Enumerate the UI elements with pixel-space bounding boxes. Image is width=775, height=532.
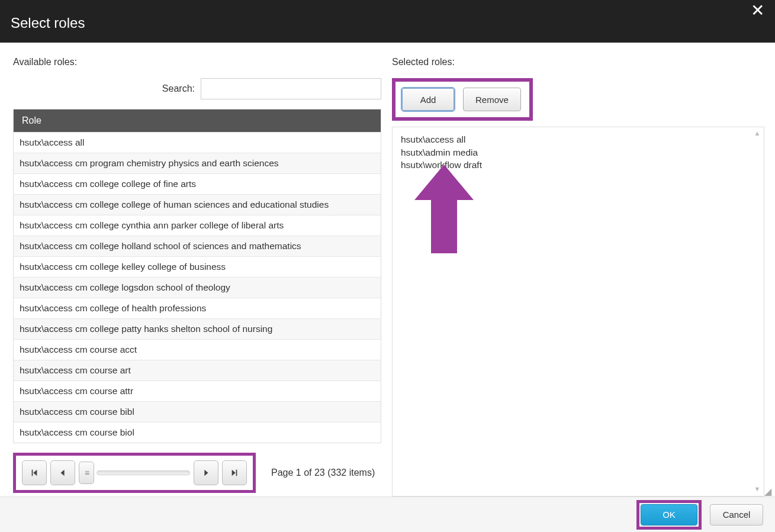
scroll-up-icon[interactable]: ▲	[753, 130, 761, 138]
ok-highlight-box: OK	[636, 500, 702, 530]
list-item[interactable]: hsutx\access all	[401, 133, 755, 146]
role-cell: hsutx\access cm college kelley college o…	[14, 257, 381, 278]
pager: ≡ Page 1 of 23 (332 items)	[13, 449, 381, 496]
prev-page-button[interactable]	[50, 460, 75, 485]
table-row[interactable]: hsutx\access cm college holland school o…	[14, 236, 381, 257]
role-cell: hsutx\access cm program chemistry physic…	[14, 153, 381, 174]
role-cell: hsutx\access cm college holland school o…	[14, 236, 381, 257]
roles-table-header[interactable]: Role	[14, 109, 381, 133]
table-row[interactable]: hsutx\access cm course bibl	[14, 402, 381, 423]
pager-highlight-box: ≡	[13, 453, 256, 493]
last-page-button[interactable]	[222, 460, 247, 485]
role-cell: hsutx\access cm college of health profes…	[14, 298, 381, 319]
cancel-button[interactable]: Cancel	[710, 504, 763, 525]
role-cell: hsutx\access cm college logsdon school o…	[14, 278, 381, 298]
remove-button[interactable]: Remove	[463, 88, 521, 111]
table-row[interactable]: hsutx\access cm course biol	[14, 423, 381, 443]
add-button[interactable]: Add	[401, 88, 455, 111]
table-row[interactable]: hsutx\access cm program chemistry physic…	[14, 153, 381, 174]
table-row[interactable]: hsutx\access all	[14, 133, 381, 153]
selected-roles-label: Selected roles:	[392, 57, 764, 67]
role-cell: hsutx\access cm course art	[14, 360, 381, 381]
role-cell: hsutx\access cm college college of fine …	[14, 174, 381, 195]
selected-roles-listbox[interactable]: ▲ hsutx\access allhsutx\admin mediahsutx…	[392, 127, 764, 496]
role-cell: hsutx\access cm course attr	[14, 381, 381, 402]
dialog-footer: OK Cancel	[0, 496, 775, 532]
table-row[interactable]: hsutx\access cm course art	[14, 360, 381, 381]
pager-info-text: Page 1 of 23 (332 items)	[271, 467, 375, 478]
dialog-title: Select roles	[11, 15, 85, 31]
table-row[interactable]: hsutx\access cm college college of fine …	[14, 174, 381, 195]
roles-table: Role hsutx\access allhsutx\access cm pro…	[13, 109, 381, 443]
table-row[interactable]: hsutx\access cm college cynthia ann park…	[14, 215, 381, 236]
slider-grip-icon[interactable]: ≡	[79, 462, 94, 484]
role-cell: hsutx\access cm course bibl	[14, 402, 381, 423]
role-cell: hsutx\access cm course biol	[14, 423, 381, 443]
first-page-button[interactable]	[22, 460, 47, 485]
next-page-button[interactable]	[194, 460, 218, 485]
ok-button[interactable]: OK	[641, 504, 697, 525]
role-cell: hsutx\access all	[14, 133, 381, 153]
search-row: Search:	[13, 78, 381, 99]
available-roles-panel: Available roles: Search: Role hsutx\acce…	[13, 57, 381, 496]
role-cell: hsutx\access cm college college of human…	[14, 195, 381, 215]
list-item[interactable]: hsutx\workflow draft	[401, 159, 755, 172]
role-cell: hsutx\access cm college cynthia ann park…	[14, 215, 381, 236]
slider-track[interactable]	[97, 470, 190, 475]
table-row[interactable]: hsutx\access cm college logsdon school o…	[14, 278, 381, 298]
role-cell: hsutx\access cm college patty hanks shel…	[14, 319, 381, 340]
page-slider[interactable]: ≡	[79, 462, 190, 484]
select-roles-dialog: Select roles ✕ Available roles: Search: …	[0, 0, 775, 532]
table-row[interactable]: hsutx\access cm course acct	[14, 340, 381, 360]
table-row[interactable]: hsutx\access cm college of health profes…	[14, 298, 381, 319]
role-cell: hsutx\access cm course acct	[14, 340, 381, 360]
scroll-down-icon[interactable]: ▼	[753, 485, 761, 494]
table-row[interactable]: hsutx\access cm college kelley college o…	[14, 257, 381, 278]
selected-roles-panel: Selected roles: Add Remove ▲ hsutx\acces…	[392, 57, 764, 496]
dialog-body: Available roles: Search: Role hsutx\acce…	[0, 43, 775, 496]
resize-grip-icon[interactable]: ◢	[764, 486, 774, 495]
list-item[interactable]: hsutx\admin media	[401, 146, 755, 159]
add-remove-highlight-box: Add Remove	[392, 78, 533, 121]
available-roles-label: Available roles:	[13, 57, 381, 67]
search-input[interactable]	[201, 78, 381, 99]
table-row[interactable]: hsutx\access cm course attr	[14, 381, 381, 402]
titlebar: Select roles ✕	[0, 0, 775, 43]
table-row[interactable]: hsutx\access cm college patty hanks shel…	[14, 319, 381, 340]
close-icon[interactable]: ✕	[747, 1, 768, 20]
table-row[interactable]: hsutx\access cm college college of human…	[14, 195, 381, 215]
search-label: Search:	[162, 83, 195, 94]
